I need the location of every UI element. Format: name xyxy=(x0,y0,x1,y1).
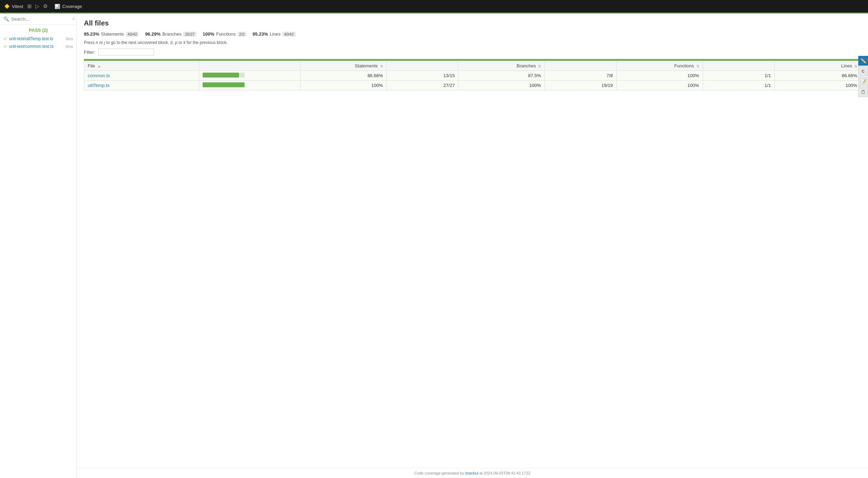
func-label: Functions xyxy=(216,31,236,37)
line-pct-cell: 100% xyxy=(775,81,861,90)
stmt-pct-cell: 86.66% xyxy=(300,71,386,81)
test-item[interactable]: ✓ unit-test/utilTemp.test.ts 5ms xyxy=(0,35,77,43)
test-item[interactable]: ✓ unit-test/common.test.ts 6ms xyxy=(0,43,77,50)
stmt-pct-cell: 100% xyxy=(300,81,386,90)
summary-lines: 95.23% Lines 40/42 xyxy=(253,31,296,37)
gear-icon[interactable]: ⚙ xyxy=(43,3,48,9)
float-panel: ✏️ C 📝 🗒 xyxy=(858,56,868,97)
lines-sort-icon: ⇅ xyxy=(854,64,857,68)
func-sort-icon: ⇅ xyxy=(696,64,699,68)
stmt-pct-val: 100% xyxy=(371,83,383,88)
coverage-table: File ▲ Statements ⇅ Branches ⇅ xyxy=(84,61,861,90)
table-row: common.ts 86.66% xyxy=(84,71,861,81)
line-pct-val: 86.66% xyxy=(842,73,857,78)
test-list: ✓ unit-test/utilTemp.test.ts 5ms ✓ unit-… xyxy=(0,35,77,478)
page-title: All files xyxy=(84,19,861,27)
stmt-frac-cell: 27/27 xyxy=(386,81,458,90)
search-input[interactable] xyxy=(11,16,70,22)
func-pct-cell: 100% xyxy=(616,71,703,81)
branch-label: Branches xyxy=(162,31,181,37)
clear-search-icon[interactable]: ✕ xyxy=(72,17,75,21)
func-frac-cell: 1/1 xyxy=(703,81,775,90)
col-functions-bar xyxy=(545,61,617,71)
top-bar: Vitest ⊞ ▷ ⚙ 📊 Coverage xyxy=(0,0,868,13)
lines-pct: 95.23% xyxy=(253,31,268,37)
func-pct-val: 100% xyxy=(687,73,699,78)
float-btn-note[interactable]: 🗒 xyxy=(858,87,868,97)
file-sort-icon: ▲ xyxy=(97,64,101,68)
istanbul-link[interactable]: istanbul xyxy=(465,471,478,475)
progress-cell xyxy=(199,81,301,90)
col-branches-bar xyxy=(386,61,458,71)
stmt-frac-cell: 13/15 xyxy=(386,71,458,81)
branch-frac-cell: 19/19 xyxy=(545,81,617,90)
branch-pct-val: 87.5% xyxy=(528,73,541,78)
sidebar: 🔍 ✕ PASS (2) ✓ unit-test/utilTemp.test.t… xyxy=(0,14,77,478)
coverage-table-wrap: File ▲ Statements ⇅ Branches ⇅ xyxy=(84,59,861,90)
summary-statements: 95.23% Statements 40/42 xyxy=(84,31,139,37)
float-btn-pencil[interactable]: ✏️ xyxy=(858,56,868,66)
func-pct-val: 100% xyxy=(687,83,699,88)
app-name: Vitest xyxy=(12,4,23,9)
float-btn-c[interactable]: C xyxy=(858,66,868,76)
progress-cell xyxy=(199,71,301,81)
stmt-pct: 95.23% xyxy=(84,31,99,37)
pass-label: PASS (2) xyxy=(0,25,77,35)
stmt-label: Statements xyxy=(101,31,124,37)
col-file[interactable]: File ▲ xyxy=(84,61,199,71)
stmt-pct-val: 86.66% xyxy=(368,73,383,78)
func-frac-val: 1/1 xyxy=(765,73,771,78)
test-name: unit-test/utilTemp.test.ts xyxy=(9,36,64,41)
branch-frac-val: 7/8 xyxy=(607,73,613,78)
play-icon[interactable]: ▷ xyxy=(35,3,39,9)
branch-sort-icon: ⇅ xyxy=(538,64,541,68)
float-btn-memo[interactable]: 📝 xyxy=(858,77,868,87)
func-frac-cell: 1/1 xyxy=(703,71,775,81)
col-lines[interactable]: Lines ⇅ xyxy=(775,61,861,71)
grid-icon[interactable]: ⊞ xyxy=(27,3,32,9)
content: All files 95.23% Statements 40/42 96.29%… xyxy=(77,14,868,478)
branch-pct-cell: 100% xyxy=(458,81,545,90)
col-statements[interactable]: Statements ⇅ xyxy=(300,61,386,71)
line-pct-val: 100% xyxy=(846,83,857,88)
progress-fill xyxy=(203,73,239,78)
func-pct-cell: 100% xyxy=(616,81,703,90)
summary-branches: 96.29% Branches 26/27 xyxy=(145,31,196,37)
coverage-section: 📊 Coverage xyxy=(55,4,82,9)
col-lines-bar xyxy=(703,61,775,71)
branch-pct-val: 100% xyxy=(529,83,541,88)
file-cell[interactable]: utilTemp.ts xyxy=(84,81,199,90)
search-bar: 🔍 ✕ xyxy=(0,14,77,25)
summary-row: 95.23% Statements 40/42 96.29% Branches … xyxy=(84,31,861,37)
col-functions[interactable]: Functions ⇅ xyxy=(616,61,703,71)
coverage-label: Coverage xyxy=(62,4,82,9)
file-link[interactable]: utilTemp.ts xyxy=(88,83,109,88)
filter-input[interactable] xyxy=(98,49,154,56)
coverage-icon: 📊 xyxy=(55,4,60,9)
filter-label: Filter: xyxy=(84,50,95,55)
summary-functions: 100% Functions 2/2 xyxy=(203,31,246,37)
content-inner: All files 95.23% Statements 40/42 96.29%… xyxy=(77,14,868,96)
col-branches[interactable]: Branches ⇅ xyxy=(458,61,545,71)
check-icon: ✓ xyxy=(3,36,7,41)
main-layout: 🔍 ✕ PASS (2) ✓ unit-test/utilTemp.test.t… xyxy=(0,14,868,478)
branch-frac-cell: 7/8 xyxy=(545,71,617,81)
stmt-frac-val: 13/15 xyxy=(443,73,455,78)
col-statements-bar xyxy=(199,61,301,71)
branch-badge: 26/27 xyxy=(183,32,196,37)
progress-bar xyxy=(203,73,245,78)
test-time: 6ms xyxy=(66,44,73,49)
footer-datetime: at 2023-09-03T08:41:43.172Z xyxy=(479,471,530,475)
filter-row: Filter: xyxy=(84,49,861,56)
stmt-frac-val: 27/27 xyxy=(443,83,455,88)
footer-text: Code coverage generated by xyxy=(414,471,464,475)
branch-pct: 96.29% xyxy=(145,31,160,37)
file-link[interactable]: common.ts xyxy=(88,73,110,78)
progress-bar xyxy=(203,82,245,87)
test-name: unit-test/common.test.ts xyxy=(9,44,64,49)
file-cell[interactable]: common.ts xyxy=(84,71,199,81)
top-bar-icons: ⊞ ▷ ⚙ xyxy=(27,3,48,9)
lines-badge: 40/42 xyxy=(282,32,296,37)
lines-label: Lines xyxy=(270,31,281,37)
stmt-sort-icon: ⇅ xyxy=(380,64,383,68)
